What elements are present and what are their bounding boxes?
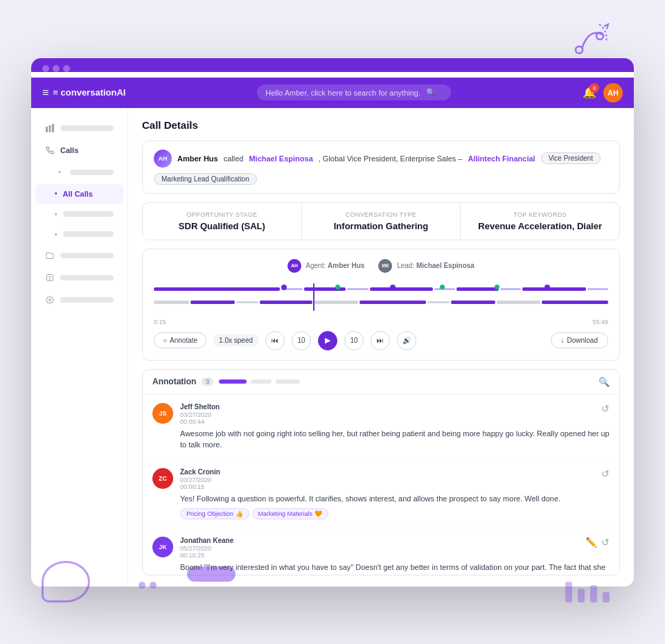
call-info-header: AH Amber Hus called Michael Espinosa , G… — [154, 150, 608, 185]
annotation-section: Annotation 3 🔍 JS Jeff Shelton — [142, 369, 620, 575]
download-icon: ↓ — [561, 337, 565, 344]
skip-forward-button[interactable]: ⏭ — [371, 331, 390, 350]
callee-name-link[interactable]: Michael Espinosa — [249, 154, 312, 163]
company-link[interactable]: Allintech Financial — [468, 154, 535, 163]
tags-zack: Pricing Objection 👍 Marketing Materials … — [180, 508, 610, 519]
annotate-button[interactable]: ○ Annotate — [154, 332, 206, 348]
annotation-title: Annotation — [152, 377, 196, 386]
sidebar-folder-label — [60, 253, 114, 258]
annotation-list: JS Jeff Shelton 03/27/202000:00:44 Aweso… — [143, 395, 619, 575]
stat-top-keywords: Top Keywords Revenue Acceleration, Diale… — [461, 203, 619, 240]
avatar-zack-cronin: ZC — [152, 468, 173, 489]
sidebar-dashboard-label — [60, 125, 114, 131]
volume-button[interactable]: 🔊 — [397, 331, 416, 350]
sidebar-item-calls[interactable]: Calls — [35, 140, 123, 161]
logo-text: ≡ conversationAI — [53, 87, 125, 98]
thumbs-up-jeff[interactable]: ↺ — [601, 403, 610, 414]
sidebar-item-all-calls[interactable]: • All Calls — [35, 184, 123, 204]
tag-vice-president: Vice President — [541, 152, 601, 164]
user-avatar[interactable]: AH — [603, 83, 623, 102]
dot-icon-1: • — [55, 168, 64, 177]
sidebar-calls-label: Calls — [60, 146, 78, 154]
time-labels: 0:15 55:49 — [154, 319, 608, 325]
annotation-header: Annotation 3 🔍 — [143, 370, 619, 395]
anno-tab-1[interactable] — [219, 379, 247, 384]
main-content: Call Details AH Amber Hus called Michael… — [128, 108, 634, 587]
dot-icon-4: • — [55, 231, 57, 238]
skip-back-button[interactable]: ⏮ — [265, 331, 285, 350]
anno-actions-3: ✏️ ↺ — [585, 537, 610, 548]
sidebar-item-folder[interactable] — [35, 245, 123, 266]
playback-controls: ○ Annotate 1.0x speed ⏮ 10 ▶ 10 ⏭ 🔊 ↓ Do… — [154, 331, 608, 350]
time-end: 55:49 — [592, 319, 608, 325]
sidebar-sub2-label — [63, 211, 114, 217]
anno-tab-3[interactable] — [276, 379, 300, 384]
tag-marketing-materials-2[interactable]: Marketing Materials 🧡 — [252, 508, 328, 519]
browser-window: ≡ ≡ conversationAI Hello Amber, click he… — [31, 58, 634, 587]
svg-rect-4 — [52, 124, 54, 132]
stat-keywords-label: Top Keywords — [472, 211, 608, 218]
download-label: Download — [567, 337, 598, 344]
text-jonathan: Boom! "I'm very interested in what you h… — [180, 562, 610, 575]
forward-10-button[interactable]: 10 — [344, 331, 364, 350]
svg-point-0 — [576, 46, 583, 53]
callee-role: , Global Vice President, Enterprise Sale… — [319, 154, 463, 163]
dots-deco — [139, 582, 157, 589]
speed-badge[interactable]: 1.0x speed — [213, 334, 258, 346]
stat-keywords-value: Revenue Acceleration, Dialer — [472, 221, 608, 231]
lead-dot: ME — [378, 259, 392, 273]
anno-actions-2: ↺ — [601, 468, 610, 479]
search-placeholder-text: Hello Amber, click here to search for an… — [265, 89, 420, 97]
sidebar-allcalls-label: All Calls — [63, 190, 93, 198]
reply-btn-zack[interactable]: ↺ — [601, 468, 610, 479]
tag-pricing-objection-2[interactable]: Pricing Objection 👍 — [180, 508, 249, 519]
browser-dot-red[interactable] — [42, 65, 49, 72]
waveform-top-track — [154, 287, 608, 291]
stat-opportunity-label: Opportunity Stage — [154, 211, 290, 218]
bars-deco — [565, 582, 610, 602]
text-zack: Yes! Following a question is powerful. I… — [180, 493, 610, 505]
waveform-bottom-track — [154, 301, 608, 304]
sidebar-item-dashboard[interactable] — [35, 118, 123, 138]
sidebar-sub3-label — [63, 231, 114, 237]
event-dot-2 — [335, 285, 340, 289]
annotation-entry-2: ZC Zack Cronin 03/27/202000:00:15 Yes! F… — [143, 460, 619, 529]
waveform-container[interactable] — [154, 280, 608, 314]
search-bar[interactable]: Hello Amber, click here to search for an… — [257, 84, 451, 100]
caller-avatar: AH — [154, 150, 172, 168]
anno-tab-2[interactable] — [251, 379, 272, 384]
sidebar-settings-label — [60, 297, 114, 303]
browser-dot-yellow[interactable] — [53, 65, 60, 72]
dot-icon-3: • — [55, 211, 57, 218]
user-zack-cronin: Zack Cronin — [180, 468, 610, 476]
folder-icon — [45, 251, 55, 260]
text-jeff: Awesome job with not going right into se… — [180, 428, 610, 451]
page-title: Call Details — [142, 119, 620, 131]
time-start: 0:15 — [154, 319, 166, 325]
sidebar-subitem-3[interactable]: • — [35, 225, 123, 244]
settings-icon — [45, 295, 55, 305]
dot-icon-2: • — [55, 190, 57, 197]
event-dot-5 — [495, 285, 499, 289]
stat-opportunity-stage: Opportunity Stage SDR Qualified (SAL) — [143, 203, 302, 240]
download-button[interactable]: ↓ Download — [551, 332, 608, 348]
playhead-cursor[interactable] — [313, 283, 314, 311]
event-dot-4 — [440, 285, 445, 289]
sidebar-item-reports[interactable] — [35, 267, 123, 288]
edit-btn-jonathan[interactable]: ✏️ — [585, 537, 597, 548]
sidebar-item-settings[interactable] — [35, 289, 123, 310]
user-jonathan-keane: Jonathan Keane — [180, 537, 610, 544]
annotation-search-button[interactable]: 🔍 — [598, 377, 610, 387]
annotation-entry-1: JS Jeff Shelton 03/27/202000:00:44 Aweso… — [143, 395, 619, 460]
lead-label-text: Lead: Michael Espinosa — [397, 261, 475, 269]
topnav: ≡ ≡ conversationAI Hello Amber, click he… — [31, 78, 634, 108]
agent-label-text: Agent: Amber Hus — [305, 261, 364, 269]
notification-bell[interactable]: 🔔 8 — [583, 86, 596, 99]
phone-icon — [45, 145, 55, 155]
sidebar-subitem-1[interactable]: • — [35, 162, 123, 183]
play-button[interactable]: ▶ — [318, 331, 337, 350]
sidebar-subitem-2[interactable]: • — [35, 205, 123, 224]
rewind-10-button[interactable]: 10 — [292, 331, 311, 350]
browser-dot-green[interactable] — [63, 65, 70, 72]
reply-btn-jonathan[interactable]: ↺ — [601, 537, 610, 548]
